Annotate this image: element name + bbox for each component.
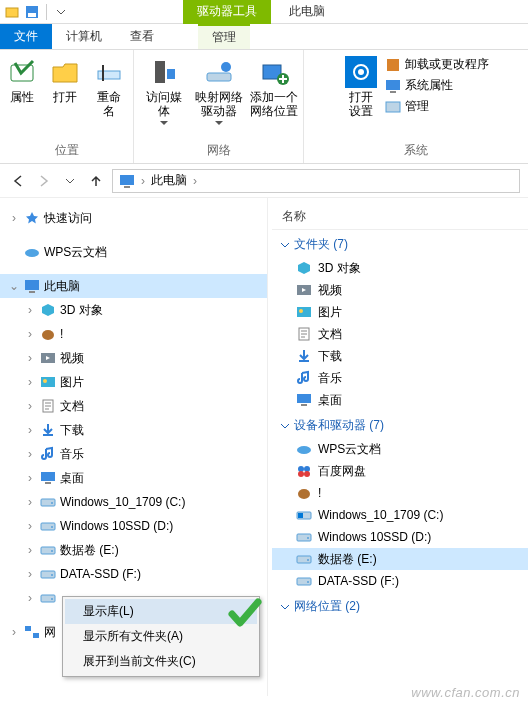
tree-item[interactable]: ›视频 <box>0 346 267 370</box>
group-network-locations[interactable]: 网络位置 (2) <box>272 592 528 619</box>
star-icon <box>24 210 40 226</box>
desktop-icon <box>40 470 56 486</box>
tree-this-pc[interactable]: ⌄此电脑 <box>0 274 267 298</box>
svg-rect-22 <box>25 280 39 290</box>
tree-item[interactable]: ›文档 <box>0 394 267 418</box>
address-bar[interactable]: › 此电脑 › <box>112 169 520 193</box>
btn-label: 添加一个 网络位置 <box>250 90 298 119</box>
group-folders[interactable]: 文件夹 (7) <box>272 230 528 257</box>
group-drives[interactable]: 设备和驱动器 (7) <box>272 411 528 438</box>
list-item[interactable]: 数据卷 (E:) <box>272 548 528 570</box>
open-folder-icon <box>49 56 81 88</box>
svg-rect-43 <box>33 633 39 638</box>
list-item[interactable]: Windows_10_1709 (C:) <box>272 504 528 526</box>
rename-icon <box>93 56 125 88</box>
drive-win-icon <box>296 507 312 523</box>
tree-item[interactable]: ›下载 <box>0 418 267 442</box>
list-item[interactable]: 图片 <box>272 301 528 323</box>
qat-save-icon[interactable] <box>24 4 40 20</box>
list-item[interactable]: DATA-SSD (F:) <box>272 570 528 592</box>
list-item[interactable]: 桌面 <box>272 389 528 411</box>
up-button[interactable] <box>86 171 106 191</box>
svg-rect-58 <box>298 513 303 518</box>
label: 音乐 <box>318 370 342 387</box>
back-button[interactable] <box>8 171 28 191</box>
list-item[interactable]: 音乐 <box>272 367 528 389</box>
label: 音乐 <box>60 446 84 463</box>
list-item[interactable]: 3D 对象 <box>272 257 528 279</box>
svg-rect-4 <box>98 71 120 79</box>
label: 下载 <box>60 422 84 439</box>
label: ! <box>318 486 321 500</box>
list-item[interactable]: 下载 <box>272 345 528 367</box>
list-item[interactable]: ! <box>272 482 528 504</box>
chevron-down-icon <box>280 240 290 250</box>
btn-manage[interactable]: 管理 <box>385 98 489 115</box>
svg-rect-17 <box>390 91 396 93</box>
btn-label: 访问媒体 <box>142 90 185 119</box>
tree-item[interactable]: ›数据卷 (E:) <box>0 538 267 562</box>
tree-item[interactable]: ›3D 对象 <box>0 298 267 322</box>
window-title: 此电脑 <box>271 3 343 20</box>
btn-system-properties[interactable]: 系统属性 <box>385 77 489 94</box>
label: 网 <box>44 624 56 641</box>
title-bar: 驱动器工具 此电脑 <box>0 0 528 24</box>
document-icon <box>296 326 312 342</box>
tab-file[interactable]: 文件 <box>0 24 52 49</box>
tree-item[interactable]: ›Windows 10SSD (D:) <box>0 514 267 538</box>
btn-open[interactable]: 打开 <box>47 54 82 106</box>
svg-rect-19 <box>120 175 134 185</box>
tab-manage[interactable]: 管理 <box>198 24 250 49</box>
btn-map-drive[interactable]: 映射网络 驱动器 <box>195 54 242 128</box>
forward-button[interactable] <box>34 171 54 191</box>
pictures-icon <box>40 374 56 390</box>
tree-item[interactable]: ›Windows_10_1709 (C:) <box>0 490 267 514</box>
tab-computer[interactable]: 计算机 <box>52 24 116 49</box>
video-icon <box>296 282 312 298</box>
list-item[interactable]: 文档 <box>272 323 528 345</box>
contextual-tab-drive-tools[interactable]: 驱动器工具 <box>183 0 271 24</box>
document-icon <box>40 398 56 414</box>
tree-item[interactable]: ›音乐 <box>0 442 267 466</box>
svg-point-39 <box>51 574 53 576</box>
btn-rename[interactable]: 重命名 <box>90 54 129 121</box>
tree-item[interactable]: ›DATA-SSD (F:) <box>0 562 267 586</box>
tree-item[interactable]: ›! <box>0 322 267 346</box>
menu-expand-to-current[interactable]: 展开到当前文件夹(C) <box>65 649 257 674</box>
breadcrumb-current[interactable]: 此电脑 <box>151 172 187 189</box>
network-icon <box>24 624 40 640</box>
ribbon-tabs: 文件 计算机 查看 管理 <box>0 24 528 50</box>
content-pane[interactable]: 名称 文件夹 (7) 3D 对象视频图片文档下载音乐桌面 设备和驱动器 (7) … <box>268 198 528 696</box>
recent-dropdown[interactable] <box>60 171 80 191</box>
list-item[interactable]: 百度网盘 <box>272 460 528 482</box>
cloud-icon <box>296 441 312 457</box>
label: 3D 对象 <box>318 260 361 277</box>
svg-point-24 <box>42 330 54 340</box>
music-icon <box>40 446 56 462</box>
svg-rect-29 <box>43 434 53 436</box>
btn-access-media[interactable]: 访问媒体 <box>140 54 187 128</box>
btn-add-network-location[interactable]: 添加一个 网络位置 <box>250 54 297 121</box>
svg-rect-59 <box>297 534 311 541</box>
svg-rect-34 <box>41 523 55 530</box>
tree-quick-access[interactable]: ›快速访问 <box>0 206 267 230</box>
btn-uninstall-programs[interactable]: 卸载或更改程序 <box>385 56 489 73</box>
btn-open-settings[interactable]: 打开 设置 <box>343 54 379 121</box>
column-header-name[interactable]: 名称 <box>272 204 528 230</box>
tree-wps[interactable]: WPS云文档 <box>0 240 267 264</box>
qat-dropdown-icon[interactable] <box>53 4 69 20</box>
list-item[interactable]: Windows 10SSD (D:) <box>272 526 528 548</box>
drive-icon <box>296 573 312 589</box>
tree-item[interactable]: ›图片 <box>0 370 267 394</box>
btn-properties[interactable]: 属性 <box>5 54 40 106</box>
tree-item[interactable]: ›桌面 <box>0 466 267 490</box>
tab-view[interactable]: 查看 <box>116 24 168 49</box>
list-item[interactable]: 视频 <box>272 279 528 301</box>
label: Windows 10SSD (D:) <box>60 519 173 533</box>
group-label: 系统 <box>404 139 428 163</box>
svg-rect-32 <box>41 499 55 506</box>
svg-rect-7 <box>167 69 175 79</box>
list-item[interactable]: WPS云文档 <box>272 438 528 460</box>
drive-icon <box>296 529 312 545</box>
label: 设备和驱动器 (7) <box>294 417 384 434</box>
